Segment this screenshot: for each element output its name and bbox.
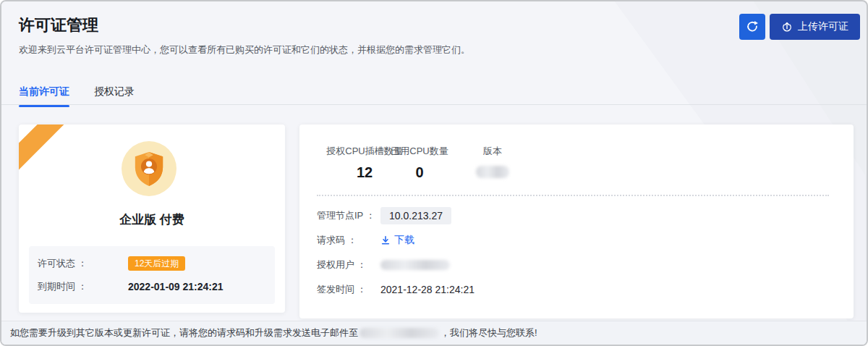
license-status-row: 许可状态 ： 12天后过期 [38,256,266,271]
corner-ribbon-wrap [19,125,84,190]
upload-button-label: 上传许可证 [798,20,848,33]
dotted-divider [317,195,829,196]
expiry-status-badge: 12天后过期 [128,256,185,271]
footer-notice-bar: 如您需要升级到其它版本或更新许可证，请将您的请求码和升级需求发送电子邮件至 ，我… [1,321,867,345]
issue-time-row: 签发时间 ： 2021-12-28 21:24:21 [317,281,836,298]
management-ip-label: 管理节点IP ： [317,209,380,222]
stat-used-cpu-value: 0 [390,164,449,181]
corner-ribbon [19,125,77,183]
stat-version-label: 版本 [460,145,525,158]
license-management-page: 许可证管理 欢迎来到云平台许可证管理中心，您可以查看所有已购买的许可证和它们的状… [0,0,868,346]
management-ip-row: 管理节点IP ： 10.0.213.27 [317,207,836,224]
request-code-label: 请求码 ： [317,234,380,247]
redacted-email-blur [359,328,439,338]
download-icon [380,235,391,245]
footer-text-after: ，我们将尽快与您联系! [441,326,537,339]
stat-used-cpu-label: 已用CPU数量 [390,145,449,158]
upload-circle-icon [781,21,793,33]
footer-text-before: 如您需要升级到其它版本或更新许可证，请将您的请求码和升级需求发送电子邮件至 [10,326,358,339]
refresh-icon [746,20,759,33]
redacted-user-blur [380,260,450,270]
expire-time-row: 到期时间 ： 2022-01-09 21:24:21 [38,279,266,295]
authorized-user-label: 授权用户 ： [317,258,380,271]
tabs-divider [1,104,867,105]
stat-version-value-redacted [460,164,525,182]
license-detail-card: 授权CPU插槽数量 12 已用CPU数量 0 版本 管理节点IP ： 10.0.… [299,125,854,318]
license-status-label: 许可状态 ： [38,257,128,270]
license-edition: 企业版 付费 [19,211,285,228]
download-link-label: 下载 [394,234,414,247]
expire-time-label: 到期时间 ： [38,280,128,293]
stat-version: 版本 [460,145,525,182]
license-summary-card: 企业版 付费 许可状态 ： 12天后过期 到期时间 ： 2022-01-09 2… [19,125,285,313]
page-subtitle: 欢迎来到云平台许可证管理中心，您可以查看所有已购买的许可证和它们的状态，并根据您… [19,43,470,56]
management-ip-value: 10.0.213.27 [380,207,451,224]
page-title: 许可证管理 [19,14,98,36]
issue-time-value: 2021-12-28 21:24:21 [380,284,475,295]
refresh-button[interactable] [739,14,765,40]
request-code-row: 请求码 ： 下载 [317,232,836,249]
redacted-version-blur [476,166,509,178]
expire-time-value: 2022-01-09 21:24:21 [128,281,224,292]
authorized-user-row: 授权用户 ： [317,256,836,274]
upload-license-button[interactable]: 上传许可证 [770,14,860,40]
shield-user-icon [122,141,176,196]
license-info-box: 许可状态 ： 12天后过期 到期时间 ： 2022-01-09 21:24:21 [29,246,275,304]
stat-used-cpu: 已用CPU数量 0 [390,145,449,181]
download-request-code-link[interactable]: 下载 [380,234,414,247]
issue-time-label: 签发时间 ： [317,283,380,296]
